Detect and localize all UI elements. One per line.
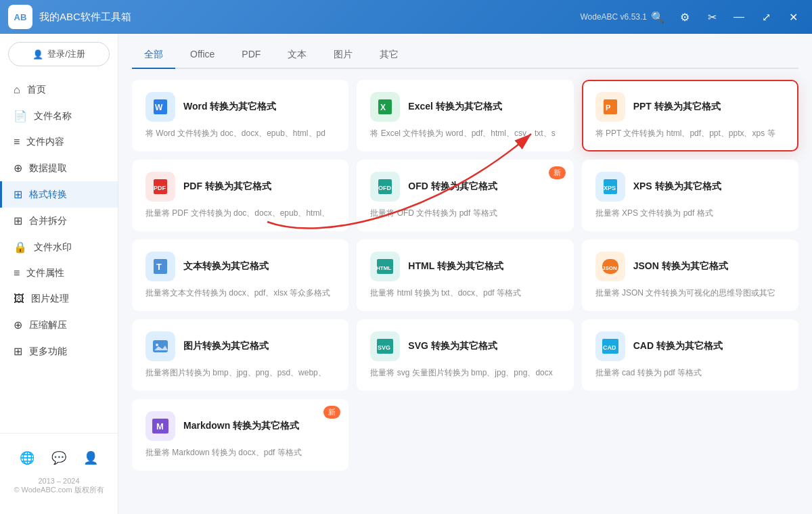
- sidebar-item-props[interactable]: ≡ 文件属性: [0, 260, 118, 286]
- tool-card-pdf[interactable]: PDF PDF 转换为其它格式 批量将 PDF 文件转换为 doc、docx、e…: [132, 160, 348, 231]
- sidebar-label-more: 更多功能: [29, 346, 67, 358]
- browser-icon[interactable]: 🌐: [16, 447, 38, 469]
- tab-image[interactable]: 图片: [321, 45, 365, 69]
- sidebar-label-merge: 合并拆分: [29, 215, 67, 227]
- excel-title: Excel 转换为其它格式: [408, 101, 501, 113]
- cad-title: CAD 转换为其它格式: [633, 340, 723, 352]
- text-desc: 批量将文本文件转换为 docx、pdf、xlsx 等众多格式: [145, 287, 335, 299]
- tool-card-html[interactable]: HTML HTML 转换为其它格式 批量将 html 转换为 txt、docx、…: [357, 239, 573, 311]
- sidebar-bottom-icons: 🌐 💬 👤: [0, 442, 118, 474]
- settings-button[interactable]: ⚙: [674, 6, 696, 28]
- tool-card-json[interactable]: JSON JSON 转换为其它格式 批量将 JSON 文件转换为可视化的思维导图…: [582, 239, 798, 311]
- svg-text:T: T: [156, 262, 162, 272]
- sidebar: 👤 登录/注册 ⌂ 首页 📄 文件名称 ≡ 文件内容 ⊕ 数据提取 ⊞ 格式转换…: [0, 34, 118, 514]
- image-tool-title: 图片转换为其它格式: [183, 340, 269, 352]
- ofd-title: OFD 转换为其它格式: [408, 181, 497, 193]
- compress-icon: ⊕: [14, 319, 22, 331]
- extract-icon: ⊕: [14, 162, 22, 174]
- ppt-desc: 将 PPT 文件转换为 html、pdf、ppt、pptx、xps 等: [595, 127, 785, 139]
- markdown-badge: 新: [323, 406, 340, 419]
- svg-rect-18: [153, 340, 168, 352]
- pdf-desc: 批量将 PDF 文件转换为 doc、docx、epub、html、: [145, 207, 335, 219]
- svg-text:PDF: PDF: [154, 185, 166, 191]
- sidebar-label-filename: 文件名称: [34, 110, 72, 122]
- json-title: JSON 转换为其它格式: [633, 260, 728, 273]
- app-logo: AB: [8, 5, 32, 29]
- xps-desc: 批量将 XPS 文件转换为 pdf 格式: [595, 207, 785, 219]
- svg-text:OFD: OFD: [378, 185, 391, 191]
- tab-pdf[interactable]: PDF: [229, 45, 273, 69]
- markdown-icon: M: [145, 411, 175, 441]
- json-desc: 批量将 JSON 文件转换为可视化的思维导图或其它: [595, 287, 785, 299]
- user-icon: 👤: [32, 49, 43, 60]
- tool-card-text[interactable]: T 文本转换为其它格式 批量将文本文件转换为 docx、pdf、xlsx 等众多…: [132, 239, 348, 311]
- svg-text:P: P: [606, 103, 610, 112]
- sidebar-item-merge[interactable]: ⊞ 合并拆分: [0, 208, 118, 234]
- login-button[interactable]: 👤 登录/注册: [8, 42, 110, 66]
- sidebar-item-home[interactable]: ⌂ 首页: [0, 77, 118, 103]
- watermark-icon: 🔒: [14, 241, 27, 254]
- sidebar-item-image[interactable]: 🖼 图片处理: [0, 286, 118, 312]
- main-layout: 👤 登录/注册 ⌂ 首页 📄 文件名称 ≡ 文件内容 ⊕ 数据提取 ⊞ 格式转换…: [0, 34, 812, 514]
- svg-point-19: [156, 344, 158, 346]
- chat-icon[interactable]: 💬: [48, 447, 70, 469]
- tool-card-svg[interactable]: SVG SVG 转换为其它格式 批量将 svg 矢量图片转换为 bmp、jpg、…: [357, 319, 573, 391]
- text-icon: T: [145, 252, 175, 281]
- tool-card-ppt[interactable]: P PPT 转换为其它格式 将 PPT 文件转换为 html、pdf、ppt、p…: [582, 80, 798, 151]
- ppt-title: PPT 转换为其它格式: [633, 101, 721, 113]
- svg-title: SVG 转换为其它格式: [408, 340, 497, 352]
- tool-card-ofd[interactable]: 新 OFD OFD 转换为其它格式 批量将 OFD 文件转换为 pdf 等格式: [357, 160, 573, 231]
- sidebar-item-filename[interactable]: 📄 文件名称: [0, 103, 118, 129]
- cad-icon: CAD: [595, 331, 625, 361]
- props-icon: ≡: [14, 267, 20, 279]
- app-title: 我的ABC软件工具箱: [39, 11, 574, 24]
- sidebar-label-content: 文件内容: [26, 136, 64, 148]
- titlebar-actions: 🔍 ⚙ ✂ — ⤢ ✕: [647, 6, 804, 28]
- sidebar-item-extract[interactable]: ⊕ 数据提取: [0, 155, 118, 181]
- profile-icon[interactable]: 👤: [80, 447, 102, 469]
- ofd-desc: 批量将 OFD 文件转换为 pdf 等格式: [370, 207, 560, 219]
- tool-card-xps[interactable]: XPS XPS 转换为其它格式 批量将 XPS 文件转换为 pdf 格式: [582, 160, 798, 231]
- tool-card-image[interactable]: 图片转换为其它格式 批量将图片转换为 bmp、jpg、png、psd、webp、: [132, 319, 348, 391]
- tab-all[interactable]: 全部: [132, 45, 175, 69]
- sidebar-bottom: 🌐 💬 👤 2013 – 2024© WodeABC.com 版权所有: [0, 433, 118, 506]
- markdown-desc: 批量将 Markdown 转换为 docx、pdf 等格式: [145, 446, 335, 459]
- pdf-title: PDF 转换为其它格式: [183, 181, 271, 193]
- tool-card-markdown[interactable]: 新 M Markdown 转换为其它格式 批量将 Markdown 转换为 do…: [132, 399, 348, 471]
- maximize-button[interactable]: ⤢: [755, 6, 777, 28]
- sidebar-item-convert[interactable]: ⊞ 格式转换: [0, 181, 118, 208]
- cad-desc: 批量将 cad 转换为 pdf 等格式: [595, 367, 785, 379]
- tool-card-word[interactable]: W Word 转换为其它格式 将 Word 文件转换为 doc、docx、epu…: [132, 80, 348, 151]
- more-icon: ⊞: [14, 345, 22, 358]
- tab-other[interactable]: 其它: [367, 45, 411, 69]
- excel-desc: 将 Excel 文件转换为 word、pdf、html、csv、txt、s: [370, 127, 560, 139]
- home-icon: ⌂: [14, 84, 20, 96]
- content-area: 全部 Office PDF 文本 图片 其它 W Word 转换为其它格式 将 …: [118, 34, 812, 514]
- tab-text[interactable]: 文本: [275, 45, 319, 69]
- svg-text:HTML: HTML: [376, 265, 391, 271]
- copyright: 2013 – 2024© WodeABC.com 版权所有: [0, 474, 118, 498]
- pdf-icon: PDF: [145, 172, 175, 202]
- sidebar-label-compress: 压缩解压: [29, 319, 67, 331]
- sidebar-item-more[interactable]: ⊞ 更多功能: [0, 338, 118, 365]
- sidebar-item-compress[interactable]: ⊕ 压缩解压: [0, 312, 118, 338]
- scissors-button[interactable]: ✂: [701, 6, 723, 28]
- image-icon: 🖼: [14, 293, 24, 305]
- search-button[interactable]: 🔍: [647, 6, 669, 28]
- sidebar-item-content[interactable]: ≡ 文件内容: [0, 129, 118, 155]
- svg-text:X: X: [380, 103, 386, 112]
- html-title: HTML 转换为其它格式: [408, 260, 503, 273]
- tool-card-cad[interactable]: CAD CAD 转换为其它格式 批量将 cad 转换为 pdf 等格式: [582, 319, 798, 391]
- xps-icon: XPS: [595, 172, 625, 202]
- tool-card-excel[interactable]: X Excel 转换为其它格式 将 Excel 文件转换为 word、pdf、h…: [357, 80, 573, 151]
- tab-office[interactable]: Office: [178, 45, 227, 69]
- close-button[interactable]: ✕: [782, 6, 804, 28]
- svg-text:XPS: XPS: [604, 185, 616, 191]
- image-tool-desc: 批量将图片转换为 bmp、jpg、png、psd、webp、: [145, 367, 335, 379]
- tools-grid: W Word 转换为其它格式 将 Word 文件转换为 doc、docx、epu…: [132, 80, 798, 471]
- svg-text:JSON: JSON: [602, 265, 617, 271]
- svg-text:M: M: [156, 421, 164, 431]
- word-icon: W: [145, 92, 175, 122]
- minimize-button[interactable]: —: [728, 6, 750, 28]
- sidebar-item-watermark[interactable]: 🔒 文件水印: [0, 234, 118, 260]
